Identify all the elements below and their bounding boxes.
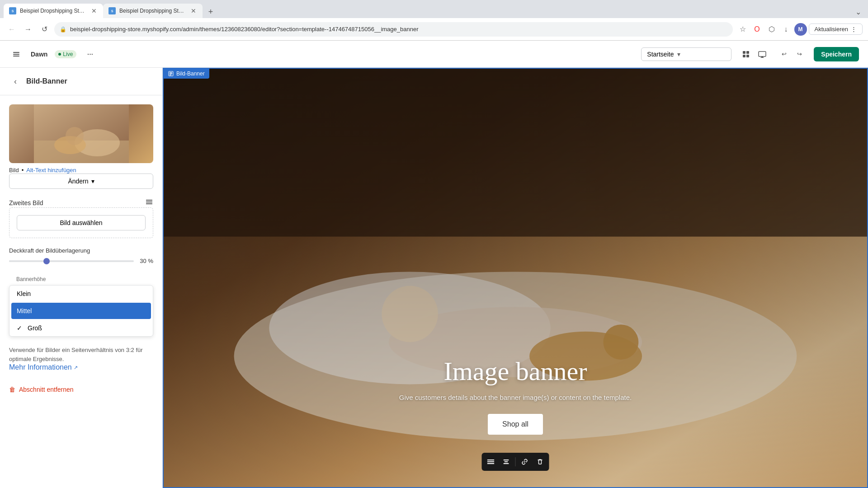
back-button[interactable]: ← [5, 23, 18, 36]
dropdown-item-mittel[interactable]: Mittel [11, 303, 151, 319]
theme-name: Dawn [31, 51, 47, 58]
floating-toolbar [482, 453, 549, 471]
trash-icon: 🗑 [9, 386, 15, 393]
bookmark-button[interactable]: ☆ [736, 23, 749, 36]
download-button[interactable]: ↓ [780, 23, 793, 36]
preview-area: Bild-Banner [164, 69, 867, 488]
image-label-row: Bild • Alt-Text hinzufügen [9, 167, 153, 174]
shop-all-button[interactable]: Shop all [488, 414, 543, 435]
redo-button[interactable]: ↪ [792, 47, 807, 61]
tab-favicon-2: S [108, 7, 116, 14]
float-delete-button[interactable] [533, 455, 547, 469]
view-mode-buttons [739, 47, 769, 61]
dropdown-item-gross[interactable]: ✓ Groß [9, 320, 153, 336]
image-placeholder [9, 104, 153, 163]
float-align-button[interactable] [499, 455, 514, 469]
tab-title-1: Beispiel Dropshipping Store · ... [20, 8, 87, 14]
mehr-informationen-link[interactable]: Mehr Informationen ↗ [9, 363, 78, 371]
profile-avatar: M [794, 23, 807, 36]
live-label: Live [63, 51, 73, 57]
slider-thumb[interactable] [43, 258, 50, 264]
svg-rect-21 [146, 203, 152, 204]
float-link-button[interactable] [518, 455, 532, 469]
svg-rect-36 [487, 461, 495, 462]
refresh-button[interactable]: ↺ [38, 23, 51, 36]
svg-rect-37 [487, 463, 495, 464]
bannerhohe-section: Bannerhöhe Klein Mittel ✓ Groß [9, 273, 153, 337]
image-label: Bild [9, 167, 19, 174]
zweites-bild-label: Zweites Bild [9, 198, 153, 207]
svg-rect-23 [170, 72, 172, 73]
svg-rect-11 [759, 52, 766, 56]
banner-desc: Give customers details about the banner … [357, 394, 674, 401]
banner-tag[interactable]: Bild-Banner [164, 69, 209, 79]
sidebar-toggle-button[interactable] [9, 47, 24, 61]
tab-favicon-1: S [9, 7, 16, 14]
andern-chevron-icon: ▾ [91, 178, 94, 185]
speichern-button[interactable]: Speichern [814, 47, 859, 61]
deckkraft-label: Deckkraft der Bildüberlagerung [9, 247, 153, 254]
second-image-box: Bild auswählen [9, 207, 153, 238]
mittel-label: Mittel [17, 307, 32, 314]
extension-button[interactable]: ⬡ [765, 23, 778, 36]
undo-button[interactable]: ↩ [777, 47, 791, 61]
hint-text: Verwende für Bilder ein Seitenverhältnis… [9, 346, 153, 363]
browser-tab-2[interactable]: S Beispiel Dropshipping Store ✕ [103, 4, 203, 18]
separator: • [22, 167, 24, 174]
svg-rect-20 [146, 202, 152, 202]
bannerhohe-label: Bannerhöhe [9, 273, 153, 285]
toolbar-divider [515, 457, 516, 466]
sidebar-body: Bild • Alt-Text hinzufügen Ändern ▾ Zwei… [0, 95, 162, 408]
svg-rect-12 [761, 56, 763, 57]
page-selector-value: Startseite [647, 51, 674, 58]
address-bar[interactable]: 🔒 beispiel-dropshipping-store.myshopify.… [54, 22, 733, 37]
alt-text-link[interactable]: Alt-Text hinzufügen [26, 167, 76, 174]
check-icon: ✓ [17, 324, 22, 332]
bild-auswahlen-button[interactable]: Bild auswählen [17, 215, 146, 230]
float-move-button[interactable] [484, 455, 498, 469]
more-options-button[interactable]: ··· [84, 48, 96, 61]
banner-background: Image banner Give customers details abou… [164, 69, 867, 488]
tab-close-1[interactable]: ✕ [90, 7, 98, 14]
opera-button[interactable]: O [751, 23, 764, 36]
account-button[interactable]: M [794, 23, 807, 36]
slider-track[interactable] [9, 260, 134, 262]
svg-rect-6 [13, 56, 19, 56]
sidebar-back-button[interactable]: ‹ [9, 75, 22, 88]
view-sections-button[interactable] [739, 47, 753, 61]
tab-close-2[interactable]: ✕ [190, 7, 197, 14]
svg-rect-19 [146, 200, 152, 201]
svg-rect-9 [743, 55, 745, 57]
sidebar-header: ‹ Bild-Banner [0, 68, 162, 95]
live-dot [58, 53, 61, 56]
deckkraft-section: Deckkraft der Bildüberlagerung 30 % [9, 247, 153, 264]
browser-toolbar: ← → ↺ 🔒 beispiel-dropshipping-store.mysh… [0, 18, 868, 41]
address-text: beispiel-dropshipping-store.myshopify.co… [70, 26, 727, 33]
abschnitt-entfernen-button[interactable]: 🗑 Abschnitt entfernen [9, 380, 153, 399]
tab-dropdown[interactable]: ⌄ [852, 5, 864, 18]
top-nav: Dawn Live ··· Startseite ▾ ↩ ↪ Speichern [0, 41, 868, 68]
page-selector-chevron-icon: ▾ [677, 51, 680, 58]
aktualisieren-button[interactable]: Aktualisieren ⋮ [809, 23, 863, 35]
dropdown-item-klein[interactable]: Klein [9, 286, 153, 302]
svg-rect-24 [170, 74, 172, 75]
svg-text:S: S [12, 9, 14, 13]
browser-tab-1[interactable]: S Beispiel Dropshipping Store · ... ✕ [4, 4, 103, 18]
svg-rect-25 [170, 75, 171, 75]
svg-rect-35 [487, 460, 495, 460]
desktop-view-button[interactable] [755, 47, 769, 61]
tab-title-2: Beispiel Dropshipping Store [119, 8, 186, 14]
svg-rect-40 [504, 463, 509, 464]
banner-content: Image banner Give customers details abou… [357, 356, 674, 435]
app-shell: Dawn Live ··· Startseite ▾ ↩ ↪ Speichern [0, 41, 868, 488]
forward-button[interactable]: → [22, 23, 34, 36]
slider-value: 30 % [137, 258, 153, 264]
sidebar: ‹ Bild-Banner [0, 68, 163, 488]
andern-button[interactable]: Ändern ▾ [9, 174, 153, 189]
toolbar-actions: ☆ O ⬡ ↓ M Aktualisieren ⋮ [736, 23, 863, 36]
hint-section: Verwende für Bilder ein Seitenverhältnis… [9, 346, 153, 371]
page-selector[interactable]: Startseite ▾ [641, 47, 731, 61]
image-section: Bild • Alt-Text hinzufügen Ändern ▾ [9, 104, 153, 189]
new-tab-button[interactable]: + [204, 5, 217, 18]
andern-label: Ändern [68, 178, 88, 185]
